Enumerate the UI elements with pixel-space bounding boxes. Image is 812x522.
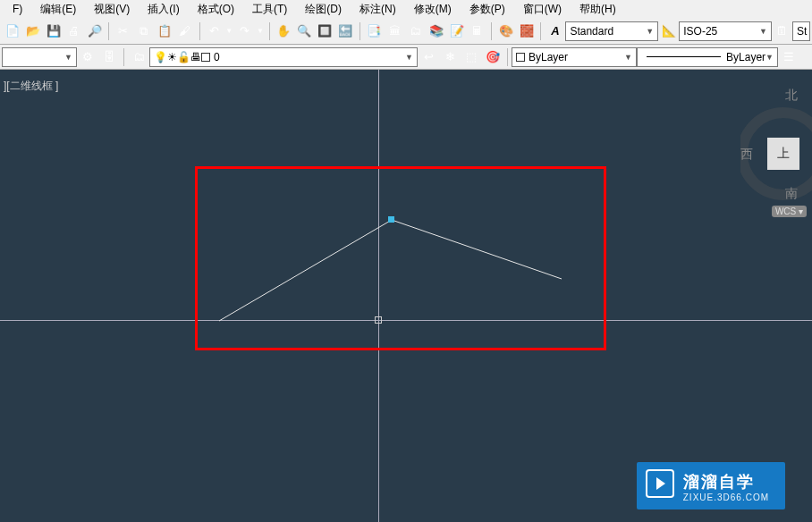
layer-iso-button[interactable]: ⬚ <box>461 47 481 67</box>
lock-icon: 🔓 <box>177 51 190 63</box>
layer-state-button[interactable]: 🗄 <box>99 47 119 67</box>
separator <box>199 22 200 40</box>
table-style-value: St <box>797 25 807 38</box>
annotation-rectangle <box>195 166 606 350</box>
lightbulb-icon: 💡 <box>154 51 167 63</box>
separator <box>108 22 109 40</box>
separator <box>540 22 541 40</box>
menu-dimension[interactable]: 标注(N) <box>351 2 405 17</box>
layer-previous-button[interactable]: ↩ <box>419 47 438 67</box>
layer-name: 0 <box>214 51 220 63</box>
separator <box>269 22 270 40</box>
layer-prop-button[interactable]: 🗂 <box>129 47 148 67</box>
menu-parametric[interactable]: 参数(P) <box>461 2 514 17</box>
redo-button[interactable]: ↷ <box>235 21 254 41</box>
chevron-down-icon: ▼ <box>405 53 413 62</box>
watermark-badge: 溜溜自学 ZIXUE.3D66.COM <box>637 462 785 509</box>
chevron-down-icon: ▼ <box>759 27 767 36</box>
menu-modify[interactable]: 修改(M) <box>405 2 461 17</box>
menu-format[interactable]: 格式(O) <box>189 2 243 17</box>
watermark-brand: 溜溜自学 <box>683 471 769 493</box>
drawing-canvas[interactable]: ][二维线框 ] 北 西 南 上 WCS ▾ 溜溜自学 ZIXUE.3D66.C… <box>0 70 812 522</box>
toolbar-standard: 📄 📂 💾 🖨 🔎 ✂ ⧉ 📋 🖌 ↶ ▼ ↷ ▼ ✋ 🔍 🔲 🔙 📑 🏛 🗂 … <box>0 18 812 45</box>
dim-style-icon: 📐 <box>659 21 678 41</box>
wcs-badge[interactable]: WCS ▾ <box>772 206 807 217</box>
navcube-west[interactable]: 西 <box>740 147 753 163</box>
text-style-dropdown[interactable]: Standard ▼ <box>565 21 658 41</box>
new-button[interactable]: 📄 <box>3 21 21 41</box>
group-filter-dropdown[interactable]: ▼ <box>2 47 77 67</box>
menu-help[interactable]: 帮助(H) <box>571 2 625 17</box>
plot-preview-button[interactable]: 🔎 <box>85 21 104 41</box>
tool-palettes-button[interactable]: 🗂 <box>406 21 425 41</box>
chevron-down-icon: ▼ <box>646 27 654 36</box>
print-button[interactable]: 🖨 <box>64 21 83 41</box>
text-style-value: Standard <box>570 25 613 38</box>
gear-button[interactable]: ⚙ <box>78 47 97 67</box>
plot-icon: 🖶 <box>190 51 201 63</box>
match-button[interactable]: 🖌 <box>175 21 194 41</box>
layer-color-swatch <box>201 53 210 62</box>
markup-button[interactable]: 📝 <box>447 21 466 41</box>
menu-edit[interactable]: 编辑(E) <box>31 2 85 17</box>
view-cube[interactable]: 北 西 南 上 <box>740 88 812 204</box>
navcube-south[interactable]: 南 <box>785 186 798 202</box>
lineweight-button[interactable]: ☰ <box>779 47 799 67</box>
zoom-window-button[interactable]: 🔲 <box>316 21 334 41</box>
dim-style-dropdown[interactable]: ISO-25 ▼ <box>679 21 772 41</box>
zoom-previous-button[interactable]: 🔙 <box>336 21 355 41</box>
design-center-button[interactable]: 🏛 <box>385 21 404 41</box>
sun-icon: ☀ <box>167 51 177 63</box>
layer-match-button[interactable]: 🎯 <box>483 47 503 67</box>
properties-button[interactable]: 📑 <box>365 21 384 41</box>
watermark-url: ZIXUE.3D66.COM <box>683 493 769 502</box>
separator <box>507 48 508 66</box>
render-button[interactable]: 🎨 <box>496 21 515 41</box>
chevron-down-icon: ▼ <box>765 53 774 62</box>
table-style-button[interactable]: 🗓 <box>773 21 791 41</box>
menu-bar: F) 编辑(E) 视图(V) 插入(I) 格式(O) 工具(T) 绘图(D) 标… <box>0 0 812 18</box>
play-icon <box>646 469 674 498</box>
dim-style-value: ISO-25 <box>683 25 717 38</box>
toolbar-layers: ▼ ⚙ 🗄 🗂 💡 ☀ 🔓 🖶 0 ▼ ↩ ❄ ⬚ 🎯 ByLayer ▼ By… <box>0 45 812 70</box>
undo-dropdown[interactable]: ▼ <box>225 21 234 41</box>
table-style-dropdown[interactable]: St <box>792 21 810 41</box>
calc-button[interactable]: 🖩 <box>468 21 486 41</box>
sheet-set-button[interactable]: 📚 <box>427 21 445 41</box>
menu-file-partial[interactable]: F) <box>4 3 31 15</box>
paste-button[interactable]: 📋 <box>155 21 173 41</box>
layer-freeze-button[interactable]: ❄ <box>440 47 460 67</box>
redo-dropdown[interactable]: ▼ <box>256 21 265 41</box>
linetype-dropdown[interactable]: ByLayer ▼ <box>637 47 778 67</box>
pan-button[interactable]: ✋ <box>275 21 293 41</box>
chevron-down-icon: ▼ <box>624 53 632 62</box>
navcube-top-face[interactable]: 上 <box>767 138 799 170</box>
color-dropdown[interactable]: ByLayer ▼ <box>512 47 637 67</box>
zoom-button[interactable]: 🔍 <box>295 21 314 41</box>
open-button[interactable]: 📂 <box>23 21 42 41</box>
menu-window[interactable]: 窗口(W) <box>514 2 571 17</box>
block-button[interactable]: 🧱 <box>517 21 536 41</box>
layer-dropdown[interactable]: 💡 ☀ 🔓 🖶 0 ▼ <box>149 47 418 67</box>
linetype-sample <box>647 56 721 57</box>
cut-button[interactable]: ✂ <box>114 21 132 41</box>
separator <box>359 22 360 40</box>
color-swatch <box>516 53 525 62</box>
color-value: ByLayer <box>529 51 568 63</box>
separator <box>491 22 492 40</box>
undo-button[interactable]: ↶ <box>204 21 223 41</box>
menu-insert[interactable]: 插入(I) <box>139 2 188 17</box>
separator <box>123 48 124 66</box>
save-button[interactable]: 💾 <box>44 21 63 41</box>
navcube-north[interactable]: 北 <box>785 88 798 104</box>
copy-button[interactable]: ⧉ <box>134 21 153 41</box>
menu-tools[interactable]: 工具(T) <box>243 2 296 17</box>
chevron-down-icon: ▼ <box>64 53 72 62</box>
menu-view[interactable]: 视图(V) <box>85 2 139 17</box>
text-style-icon: A <box>546 21 564 41</box>
linetype-value: ByLayer <box>726 51 765 63</box>
menu-draw[interactable]: 绘图(D) <box>296 2 351 17</box>
